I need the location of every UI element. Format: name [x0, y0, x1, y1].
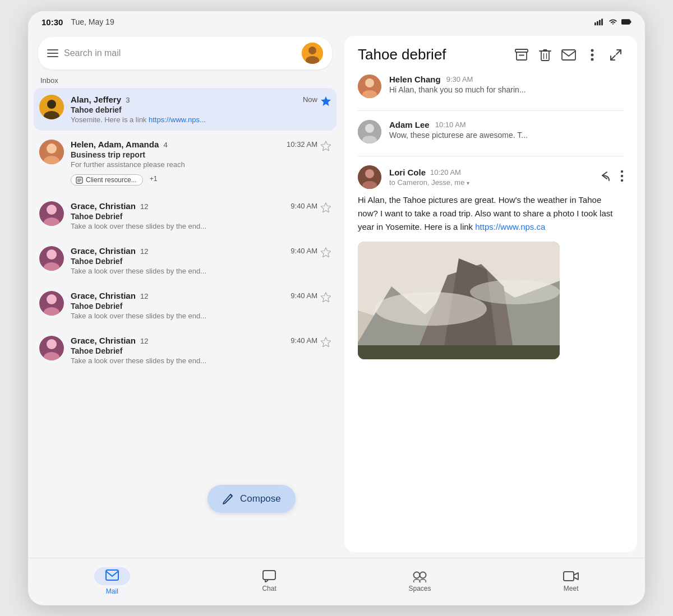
- email-time-5: 9:40 AM: [291, 291, 317, 300]
- svg-point-7: [308, 47, 316, 54]
- email-item-2[interactable]: Helen, Adam, Amanda 4 10:32 AM Business …: [34, 133, 336, 192]
- nav-item-spaces[interactable]: Spaces: [395, 567, 444, 596]
- svg-rect-0: [594, 22, 596, 25]
- divider-1: [358, 110, 624, 111]
- hamburger-menu[interactable]: [47, 49, 58, 57]
- status-time: 10:30: [42, 17, 63, 27]
- svg-point-75: [414, 580, 420, 583]
- nav-item-mail[interactable]: Mail: [81, 564, 144, 599]
- svg-point-52: [365, 78, 374, 87]
- svg-marker-36: [321, 337, 331, 347]
- more-options-button[interactable]: [584, 47, 600, 63]
- email-content-4: Grace, Christian 12 9:40 AM Tahoe Debrie…: [71, 246, 317, 275]
- svg-marker-12: [321, 96, 331, 106]
- reply-button[interactable]: [601, 170, 615, 184]
- star-icon-2[interactable]: [321, 141, 331, 153]
- svg-point-70: [470, 280, 560, 304]
- svg-point-58: [365, 169, 374, 178]
- email-preview-5: Take a look over these slides by the end…: [71, 312, 317, 320]
- msg-preview-1: Hi Alan, thank you so much for sharin...: [389, 85, 624, 94]
- svg-point-74: [420, 572, 426, 578]
- svg-rect-41: [541, 51, 549, 61]
- thread-actions: [514, 47, 624, 63]
- email-item-1[interactable]: Alan, Jeffery 3 Now Tahoe debrief Yosemi…: [34, 88, 336, 131]
- trash-button[interactable]: [537, 47, 553, 63]
- nav-item-chat[interactable]: Chat: [248, 567, 289, 596]
- expanded-time: 10:20 AM: [430, 168, 461, 177]
- email-content-2: Helen, Adam, Amanda 4 10:32 AM Business …: [71, 140, 317, 186]
- svg-point-50: [591, 58, 594, 61]
- mail-nav-icon: [105, 569, 119, 581]
- email-sender-3: Grace, Christian 12: [71, 201, 149, 211]
- msg-content-1: Helen Chang 9:30 AM Hi Alan, thank you s…: [389, 75, 624, 94]
- msg-sender-2: Adam Lee: [389, 120, 430, 129]
- svg-rect-72: [263, 571, 275, 580]
- nav-item-meet[interactable]: Meet: [550, 567, 592, 596]
- mark-unread-button[interactable]: [561, 47, 577, 63]
- battery-icon: [621, 17, 631, 27]
- expanded-to-names: to Cameron, Jesse, me: [389, 178, 464, 187]
- svg-point-26: [47, 249, 57, 260]
- chip-badge[interactable]: Client resource...: [71, 174, 143, 186]
- email-content-5: Grace, Christian 12 9:40 AM Tahoe Debrie…: [71, 291, 317, 320]
- chat-nav-icon: [262, 570, 276, 582]
- divider-2: [358, 156, 624, 156]
- msg-link[interactable]: https://www.nps.ca: [475, 222, 545, 231]
- email-avatar-1: [39, 95, 64, 119]
- svg-point-69: [375, 292, 487, 326]
- svg-point-49: [591, 53, 594, 56]
- search-input[interactable]: Search in mail: [64, 48, 296, 58]
- email-preview-2: For further assistance please reach: [71, 160, 317, 169]
- svg-rect-3: [601, 18, 603, 25]
- star-icon-1[interactable]: [321, 96, 331, 108]
- msg-preview-2: Wow, these picturese are awesome. T...: [389, 131, 624, 140]
- svg-marker-20: [321, 141, 331, 151]
- search-bar[interactable]: Search in mail: [38, 37, 332, 70]
- device-frame: 10:30 Tue, May 19: [28, 11, 645, 605]
- status-icons: [594, 17, 631, 27]
- inbox-label: Inbox: [40, 76, 330, 85]
- bottom-nav: Mail Chat Spaces Meet: [28, 558, 645, 605]
- msg-time-2: 10:10 AM: [435, 121, 466, 129]
- email-preview-4: Take a look over these slides by the end…: [71, 267, 317, 275]
- msg-avatar-2: [358, 120, 381, 143]
- msg-body: Hi Alan, the Tahoe pictures are great. H…: [358, 193, 624, 234]
- signal-icon: [594, 17, 605, 27]
- star-icon-6[interactable]: [321, 337, 331, 349]
- star-icon-3[interactable]: [321, 202, 331, 215]
- svg-marker-32: [321, 293, 331, 302]
- archive-button[interactable]: [514, 47, 529, 63]
- email-subject-3: Tahoe Debrief: [71, 212, 317, 221]
- msg-image-inner: [358, 242, 560, 359]
- message-row-2[interactable]: Adam Lee 10:10 AM Wow, these picturese a…: [358, 120, 624, 143]
- chat-nav-label: Chat: [262, 585, 276, 592]
- email-item-4[interactable]: Grace, Christian 12 9:40 AM Tahoe Debrie…: [34, 239, 336, 282]
- svg-point-62: [621, 179, 623, 182]
- chip-extra: +1: [150, 175, 158, 183]
- email-sender-1: Alan, Jeffery 3: [71, 95, 130, 104]
- svg-rect-2: [599, 20, 601, 25]
- email-avatar-3: [39, 201, 64, 226]
- user-avatar[interactable]: [302, 43, 323, 64]
- svg-marker-24: [321, 203, 331, 212]
- msg-avatar-1: [358, 75, 381, 98]
- email-item-5[interactable]: Grace, Christian 12 9:40 AM Tahoe Debrie…: [34, 284, 336, 327]
- email-subject-4: Tahoe Debrief: [71, 257, 317, 266]
- email-avatar-4: [39, 246, 64, 271]
- svg-rect-5: [630, 21, 631, 23]
- expand-button[interactable]: [608, 47, 624, 63]
- avatar-image: [302, 43, 323, 64]
- email-item-3[interactable]: Grace, Christian 12 9:40 AM Tahoe Debrie…: [34, 194, 336, 237]
- meet-nav-label: Meet: [564, 585, 579, 592]
- expand-recipients-arrow[interactable]: ▾: [467, 180, 469, 186]
- msg-sender-1: Helen Chang: [389, 75, 441, 84]
- email-sender-2: Helen, Adam, Amanda 4: [71, 140, 168, 149]
- app-body: Search in mail Inbox: [28, 30, 645, 558]
- message-row-1[interactable]: Helen Chang 9:30 AM Hi Alan, thank you s…: [358, 75, 624, 98]
- compose-button[interactable]: Compose: [208, 485, 296, 513]
- star-icon-5[interactable]: [321, 292, 331, 304]
- more-msg-options-button[interactable]: [620, 170, 624, 184]
- left-panel: Search in mail Inbox: [28, 30, 342, 558]
- star-icon-4[interactable]: [321, 247, 331, 260]
- email-item-6[interactable]: Grace, Christian 12 9:40 AM Tahoe Debrie…: [34, 329, 336, 372]
